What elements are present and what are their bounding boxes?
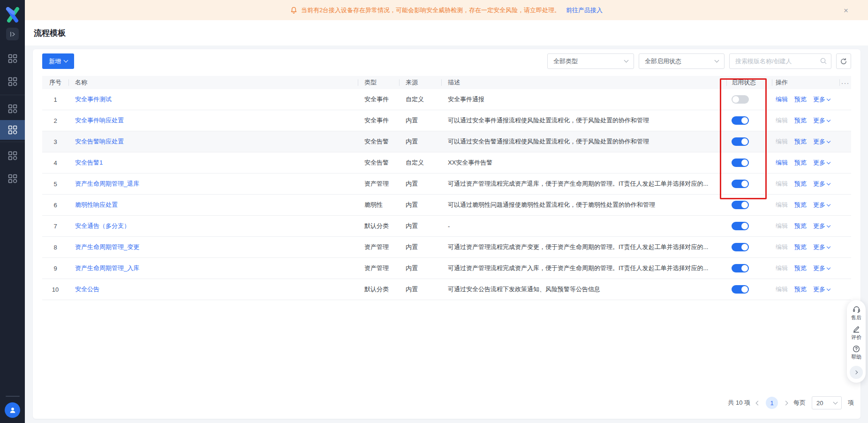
toggle-knob [741, 138, 748, 145]
more-link[interactable]: 更多 [813, 95, 830, 104]
template-name-link[interactable]: 安全通告（多分支） [75, 222, 130, 230]
sidebar-expand-icon[interactable] [6, 28, 19, 40]
more-link[interactable]: 更多 [813, 159, 830, 167]
enable-toggle[interactable] [732, 180, 749, 188]
enable-toggle[interactable] [732, 116, 749, 125]
edit-link[interactable]: 编辑 [776, 95, 788, 104]
edit-link[interactable]: 编辑 [776, 180, 788, 188]
edit-link[interactable]: 编辑 [776, 137, 788, 146]
more-link[interactable]: 更多 [813, 222, 830, 230]
template-name-link[interactable]: 安全公告 [75, 285, 99, 294]
user-avatar[interactable] [5, 402, 20, 418]
preview-link[interactable]: 预览 [794, 264, 807, 272]
enable-toggle[interactable] [732, 243, 749, 251]
after-sales-button[interactable]: 售后 [851, 306, 861, 321]
sidebar-item-1[interactable] [0, 70, 25, 93]
more-link[interactable]: 更多 [813, 116, 830, 125]
sidebar-item-0[interactable] [0, 47, 25, 70]
preview-link[interactable]: 预览 [794, 222, 807, 230]
preview-link[interactable]: 预览 [794, 201, 807, 209]
more-link[interactable]: 更多 [813, 285, 830, 294]
edit-link[interactable]: 编辑 [776, 243, 788, 251]
per-page-select[interactable]: 20 [812, 396, 842, 409]
prev-page-icon[interactable] [756, 401, 760, 405]
search-icon [820, 57, 827, 65]
edit-link[interactable]: 编辑 [776, 285, 788, 294]
col-enable-status: 启用状态 [726, 76, 772, 89]
enable-toggle[interactable] [732, 285, 749, 294]
row-source: 内置 [399, 110, 441, 131]
edit-link[interactable]: 编辑 [776, 222, 788, 230]
more-link[interactable]: 更多 [813, 264, 830, 272]
per-page-suffix: 项 [848, 399, 854, 407]
edit-link[interactable]: 编辑 [776, 159, 788, 167]
preview-link[interactable]: 预览 [794, 116, 807, 125]
row-index: 10 [42, 279, 68, 300]
type-filter-select[interactable]: 全部类型 [547, 53, 634, 69]
preview-link[interactable]: 预览 [794, 159, 807, 167]
page-number[interactable]: 1 [766, 397, 778, 409]
sidebar-divider [0, 142, 25, 142]
enable-toggle[interactable] [732, 159, 749, 167]
table-row: 1安全事件测试安全事件自定义安全事件通报编辑预览更多 [42, 89, 851, 110]
status-filter-select[interactable]: 全部启用状态 [639, 53, 725, 69]
row-type: 安全告警 [358, 131, 399, 152]
col-type: 类型 [358, 76, 399, 89]
row-type: 资产管理 [358, 174, 399, 194]
row-type: 资产管理 [358, 258, 399, 279]
pagination-total: 共 10 项 [728, 399, 750, 407]
preview-link[interactable]: 预览 [794, 95, 807, 104]
collapse-panel-button[interactable] [850, 366, 863, 379]
template-name-link[interactable]: 安全告警1 [75, 159, 103, 167]
search-input[interactable] [729, 53, 831, 69]
edit-link[interactable]: 编辑 [776, 264, 788, 272]
table-body: 1安全事件测试安全事件自定义安全事件通报编辑预览更多2安全事件响应处置安全事件内… [42, 89, 851, 300]
next-page-icon[interactable] [784, 401, 787, 405]
edit-link[interactable]: 编辑 [776, 116, 788, 125]
template-name-link[interactable]: 安全事件响应处置 [75, 116, 124, 125]
preview-link[interactable]: 预览 [794, 137, 807, 146]
column-settings-icon[interactable]: ··· [839, 76, 851, 89]
template-name-link[interactable]: 安全告警响应处置 [75, 137, 124, 146]
table-row: 3安全告警响应处置安全告警内置可以通过安全告警通报流程使风险处置流程化，便于风险… [42, 131, 851, 152]
banner-close-icon[interactable]: × [844, 6, 848, 14]
table-row: 2安全事件响应处置安全事件内置可以通过安全事件通报流程使风险处置流程化，便于风险… [42, 110, 851, 131]
more-link[interactable]: 更多 [813, 137, 830, 146]
template-name-link[interactable]: 脆弱性响应处置 [75, 201, 118, 209]
chevron-down-icon [827, 244, 830, 248]
app-logo-icon[interactable] [4, 6, 22, 23]
pencil-icon [853, 325, 860, 333]
enable-toggle[interactable] [732, 137, 749, 146]
sidebar-item-6[interactable] [0, 144, 25, 167]
enable-toggle[interactable] [732, 201, 749, 209]
row-type: 安全事件 [358, 89, 399, 110]
row-type: 安全事件 [358, 110, 399, 131]
row-type: 脆弱性 [358, 195, 399, 215]
template-name-link[interactable]: 资产生命周期管理_退库 [75, 180, 139, 188]
search-box [729, 53, 831, 69]
preview-link[interactable]: 预览 [794, 243, 807, 251]
col-index: 序号 [42, 76, 68, 89]
template-name-link[interactable]: 资产生命周期管理_变更 [75, 243, 139, 251]
add-button[interactable]: 新增 [42, 53, 74, 69]
edit-link[interactable]: 编辑 [776, 201, 788, 209]
sidebar-item-7[interactable] [0, 167, 25, 190]
help-button[interactable]: 帮助 [851, 345, 861, 361]
sidebar-item-3[interactable] [0, 97, 25, 120]
more-link[interactable]: 更多 [813, 180, 830, 188]
feedback-button[interactable]: 评价 [851, 325, 861, 341]
preview-link[interactable]: 预览 [794, 285, 807, 294]
toggle-knob [741, 159, 748, 166]
banner-link[interactable]: 前往产品接入 [566, 6, 603, 15]
template-name-link[interactable]: 资产生命周期管理_入库 [75, 264, 139, 272]
enable-toggle[interactable] [732, 222, 749, 230]
template-name-link[interactable]: 安全事件测试 [75, 95, 112, 104]
preview-link[interactable]: 预览 [794, 180, 807, 188]
enable-toggle[interactable] [732, 264, 749, 272]
more-link[interactable]: 更多 [813, 243, 830, 251]
refresh-button[interactable] [836, 53, 851, 69]
enable-toggle[interactable] [732, 95, 749, 104]
sidebar-item-4-active[interactable] [0, 120, 25, 140]
more-link[interactable]: 更多 [813, 201, 830, 209]
col-name: 名称 [68, 76, 358, 89]
